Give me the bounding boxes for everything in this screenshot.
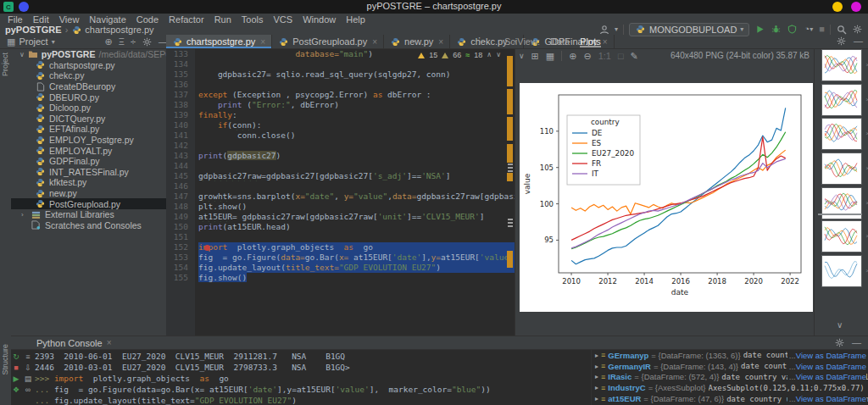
expand-arrow-icon[interactable]: ▸ — [595, 373, 598, 380]
grid-icon[interactable]: ▦ — [546, 52, 554, 61]
collapse-chevron-icon[interactable]: ∨ — [519, 53, 525, 60]
close-console-icon[interactable]: × — [107, 338, 112, 347]
menu-edit[interactable]: Edit — [28, 14, 54, 25]
user-dropdown-caret-icon[interactable]: ▾ — [615, 25, 618, 33]
menu-help[interactable]: Help — [341, 14, 370, 25]
tree-item-DBEURO.py[interactable]: DBEURO.py — [11, 92, 166, 103]
run-button[interactable] — [754, 24, 765, 35]
console-hide-icon[interactable]: — — [852, 338, 861, 347]
next-warning-icon[interactable]: ∨ — [496, 52, 501, 58]
project-panel-header[interactable]: ▦ Project ▾ ⊕ Ξ ÷ — — [0, 35, 173, 48]
view-as-dataframe-link[interactable]: ...View as DataFrame — [787, 394, 866, 403]
plot-thumbnail-4[interactable]: × — [821, 153, 862, 185]
variable-row-at15EUR[interactable]: ▸≡at15EUR = {DataFrame: (47, 6)} date co… — [592, 393, 868, 404]
project-tool-button[interactable]: Project — [1, 53, 9, 76]
plot-thumbnail-3[interactable]: × — [821, 118, 862, 150]
editor-tab-PostGreupload.py[interactable]: PostGreupload.py× — [272, 35, 384, 48]
menu-code[interactable]: Code — [131, 14, 164, 25]
expand-arrow-icon[interactable]: ▸ — [595, 352, 598, 359]
editor-scrollbar[interactable] — [506, 49, 515, 336]
menu-window[interactable]: Window — [298, 14, 341, 25]
close-button[interactable] — [851, 2, 861, 12]
zoom-in-icon[interactable]: ⊕ — [569, 52, 576, 61]
editor-tab-chartspostgre.py[interactable]: chartspostgre.py× — [166, 35, 272, 48]
close-tab-icon[interactable]: × — [260, 37, 265, 47]
minimize-button[interactable] — [832, 2, 843, 12]
zoom-out-icon[interactable]: ⊖ — [583, 52, 591, 61]
rerun-icon[interactable]: ↻ — [13, 352, 19, 361]
variable-row-IRasic[interactable]: ▸≡IRasic = {DataFrame: (572, 4)} date co… — [592, 372, 868, 383]
project-tree[interactable]: ∨pyPOSTGRE /media/data/SEPOL/DB&A_PROGRA… — [11, 49, 166, 336]
expand-all-icon[interactable]: Ξ — [119, 37, 125, 47]
breadcrumb-project[interactable]: pyPOSTGRE — [5, 25, 62, 35]
project-header-caret-icon[interactable]: ▾ — [52, 38, 55, 46]
view-as-dataframe-link[interactable]: ...View as DataFrame — [787, 372, 866, 381]
variable-row-IndustryC[interactable]: ▸≡IndustryC = {AxesSubplot} AxesSubplot(… — [592, 382, 868, 393]
plot-thumbnail-6[interactable]: × — [821, 220, 862, 252]
expand-arrow-icon[interactable]: ▸ — [595, 395, 598, 402]
breadcrumb-file[interactable]: chartspostgre.py — [85, 25, 153, 35]
thumbnails-more-chevron-icon[interactable]: ∨ — [837, 320, 843, 330]
tree-root-pyPOSTGRE[interactable]: ∨pyPOSTGRE /media/data/SEPOL/DB&A_PROGRA… — [11, 49, 166, 60]
code-editor[interactable]: 133 database="main")134135 gdpbasic27= s… — [166, 49, 515, 336]
tree-item-new.py[interactable]: new.py — [11, 188, 166, 199]
tree-item-EMPLOY_Postgre.py[interactable]: EMPLOY_Postgre.py — [11, 135, 166, 146]
menu-run[interactable]: Run — [209, 14, 236, 25]
sciview-gear-icon[interactable] — [836, 36, 847, 47]
console-output[interactable]: 2393 2010-06-01 EU27_2020 CLV15_MEUR 291… — [35, 351, 588, 405]
locate-file-icon[interactable]: ⊕ — [105, 37, 113, 47]
menu-tools[interactable]: Tools — [236, 14, 269, 25]
plot-thumbnail-7[interactable]: × — [821, 255, 862, 287]
tree-item-chekc.py[interactable]: chekc.py — [11, 70, 166, 81]
menu-file[interactable]: File — [3, 14, 28, 25]
scroll-to-end-icon[interactable]: ⇩ — [25, 363, 31, 372]
plot-thumbnail-1[interactable]: × — [821, 49, 862, 81]
debug-button[interactable] — [771, 24, 782, 35]
view-as-dataframe-link[interactable]: ...View as DataFrame — [787, 351, 866, 360]
stop-icon[interactable]: ■ — [14, 363, 18, 372]
tab-options-kebab-icon[interactable]: ⋮ — [475, 36, 484, 47]
console-gear-icon[interactable] — [834, 337, 845, 348]
menu-navigate[interactable]: Navigate — [84, 14, 131, 25]
menu-view[interactable]: View — [54, 14, 85, 25]
close-tab-icon[interactable]: × — [438, 37, 443, 47]
menu-vcs[interactable]: VCS — [269, 14, 298, 25]
variable-row-GermanyIR[interactable]: ▸≡GermanyIR = {DataFrame: (143, 4)} date… — [592, 361, 868, 372]
fit-to-window-icon[interactable]: □ — [618, 52, 624, 61]
menu-refactor[interactable]: Refactor — [164, 14, 209, 25]
tree-item-scratches-and-consoles[interactable]: Scratches and Consoles — [11, 220, 166, 231]
attach-debugger-icon[interactable]: ❖ — [13, 386, 19, 394]
prev-warning-icon[interactable]: ∧ — [487, 52, 492, 58]
tree-item-CreateDBeuropy[interactable]: CreateDBeuropy — [11, 81, 166, 92]
print-icon[interactable]: ▤ — [25, 374, 32, 383]
structure-tool-button[interactable]: Structure — [1, 344, 9, 375]
tree-item-external-libraries[interactable]: ›External Libraries — [11, 209, 166, 220]
expand-arrow-icon[interactable]: ▸ — [595, 363, 598, 370]
variable-row-GErmanyp[interactable]: ▸≡GErmanyp = {DataFrame: (1363, 6)} date… — [592, 350, 868, 361]
soft-wrap-icon[interactable]: ∞ — [25, 386, 31, 394]
console-settings-icon[interactable]: ≡ — [25, 352, 30, 361]
tree-item-GDPFinal.py[interactable]: GDPFinal.py — [11, 156, 166, 167]
collapse-all-icon[interactable]: ÷ — [131, 37, 136, 47]
profiler-button[interactable]: ◔▾ — [803, 24, 814, 35]
coverage-button[interactable] — [787, 24, 798, 35]
close-tab-icon[interactable]: × — [372, 37, 377, 47]
settings-gear-icon[interactable] — [852, 24, 863, 35]
close-tab-icon[interactable]: × — [603, 37, 608, 47]
plot-thumbnail-2[interactable]: × — [821, 84, 862, 116]
tree-item-PostGreupload.py[interactable]: PostGreupload.py — [11, 198, 166, 209]
stop-button[interactable]: ■ — [819, 25, 825, 34]
view-as-dataframe-link[interactable]: ...View as DataFrame — [787, 362, 866, 371]
execute-icon[interactable]: ▶ — [14, 374, 19, 383]
project-settings-gear-icon[interactable] — [142, 36, 153, 47]
tree-item-chartspostgre.py[interactable]: chartspostgre.py — [11, 60, 166, 71]
tree-item-EMPLOYALT.py[interactable]: EMPLOYALT.py — [11, 145, 166, 156]
inspections-widget[interactable]: 15 66 ≈ 18 ∧ ∨ — [418, 51, 501, 59]
expand-arrow-icon[interactable]: ▸ — [595, 384, 598, 391]
tree-item-EFTAfinal.py[interactable]: EFTAfinal.py — [11, 124, 166, 135]
console-tab[interactable]: Python Console× — [36, 338, 112, 348]
edit-plot-icon[interactable]: ✎ — [631, 52, 638, 61]
editor-tab-new.py[interactable]: new.py× — [384, 35, 450, 48]
tree-item-INT_RATESFinal.py[interactable]: INT_RATESFinal.py — [11, 167, 166, 178]
tab-data[interactable]: Data — [550, 36, 570, 47]
